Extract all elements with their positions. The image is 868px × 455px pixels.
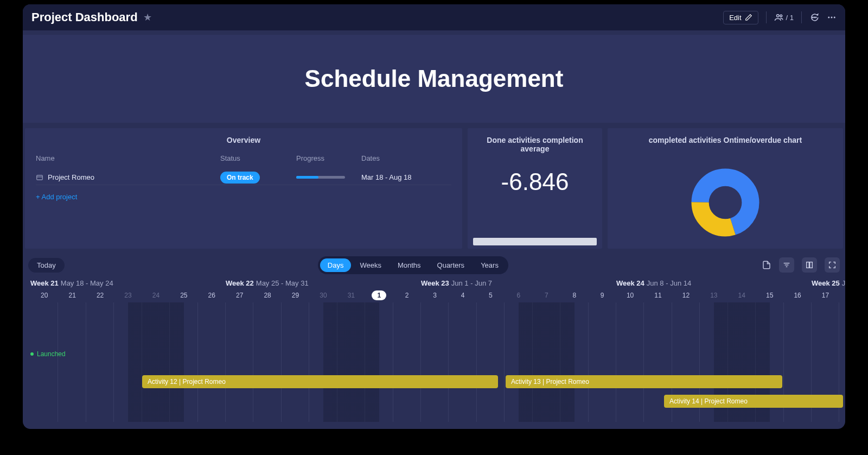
overview-title: Overview bbox=[36, 136, 451, 144]
day-cell[interactable]: 29 bbox=[282, 292, 309, 299]
filter-button[interactable] bbox=[779, 257, 794, 273]
export-icon[interactable] bbox=[762, 260, 771, 270]
day-cell[interactable]: 10 bbox=[616, 292, 644, 299]
col-progress: Progress bbox=[296, 154, 361, 162]
divider bbox=[801, 11, 802, 23]
completion-scrollbar[interactable] bbox=[473, 238, 597, 245]
day-cell[interactable]: 12 bbox=[672, 292, 700, 299]
day-cell[interactable]: 31 bbox=[337, 292, 365, 299]
day-cell[interactable]: 28 bbox=[253, 292, 281, 299]
pencil-icon bbox=[745, 14, 752, 21]
svg-point-6 bbox=[831, 17, 833, 18]
range-pill-months[interactable]: Months bbox=[390, 258, 429, 272]
project-icon bbox=[36, 174, 43, 181]
page-title: Project Dashboard bbox=[31, 10, 138, 24]
svg-rect-16 bbox=[810, 262, 813, 268]
col-status: Status bbox=[220, 154, 296, 162]
layout-button[interactable] bbox=[802, 257, 817, 273]
today-button[interactable]: Today bbox=[28, 258, 65, 273]
day-cell[interactable]: 4 bbox=[449, 292, 476, 299]
range-switcher: DaysWeeksMonthsQuartersYears bbox=[318, 256, 508, 274]
launched-marker: Launched bbox=[30, 350, 66, 358]
day-cell[interactable]: 26 bbox=[198, 292, 226, 299]
range-pill-weeks[interactable]: Weeks bbox=[352, 258, 389, 272]
people-icon bbox=[774, 12, 784, 22]
svg-point-4 bbox=[815, 17, 816, 18]
day-cell[interactable]: 3 bbox=[421, 292, 449, 299]
range-pill-quarters[interactable]: Quarters bbox=[430, 258, 473, 272]
week-header: Week 25Ju bbox=[812, 279, 845, 287]
day-cell[interactable]: 2 bbox=[393, 292, 420, 299]
day-cell[interactable]: 7 bbox=[533, 292, 560, 299]
gantt-area[interactable]: Launched Activity 12 | Project Romeo Act… bbox=[30, 302, 845, 422]
day-cell[interactable]: 5 bbox=[477, 292, 505, 299]
svg-point-0 bbox=[776, 15, 779, 17]
fullscreen-button[interactable] bbox=[825, 257, 840, 273]
people-count[interactable]: / 1 bbox=[774, 12, 794, 22]
progress-bar bbox=[296, 176, 345, 179]
gantt-bar[interactable]: Activity 12 | Project Romeo bbox=[142, 375, 498, 388]
completion-value: -6.846 bbox=[501, 168, 569, 195]
days-row: 2021222324252627282930311234567891011121… bbox=[23, 292, 845, 299]
day-cell[interactable]: 18 bbox=[839, 292, 845, 299]
day-cell[interactable]: 25 bbox=[170, 292, 197, 299]
col-dates: Dates bbox=[361, 154, 451, 162]
day-cell[interactable]: 21 bbox=[58, 292, 86, 299]
range-pill-days[interactable]: Days bbox=[320, 258, 352, 272]
day-cell[interactable]: 8 bbox=[560, 292, 588, 299]
svg-point-7 bbox=[834, 17, 835, 18]
week-header: Week 24Jun 8 - Jun 14 bbox=[616, 279, 812, 287]
status-pill: On track bbox=[220, 172, 260, 184]
edit-label: Edit bbox=[729, 14, 741, 22]
gantt-bar[interactable]: Activity 13 | Project Romeo bbox=[506, 375, 782, 388]
day-cell[interactable]: 24 bbox=[142, 292, 170, 299]
week-header: Week 21May 18 - May 24 bbox=[30, 279, 226, 287]
completion-card: Done activities completion average -6.84… bbox=[468, 128, 602, 249]
hero-banner: Schedule Management bbox=[23, 35, 845, 123]
project-name: Project Romeo bbox=[48, 173, 94, 181]
day-cell[interactable]: 14 bbox=[728, 292, 756, 299]
day-cell[interactable]: 27 bbox=[226, 292, 253, 299]
svg-point-2 bbox=[812, 17, 813, 18]
svg-rect-8 bbox=[37, 175, 43, 179]
svg-point-1 bbox=[780, 15, 782, 17]
hero-title: Schedule Management bbox=[305, 65, 564, 92]
overview-header: Name Status Progress Dates bbox=[36, 154, 451, 162]
week-header-row: Week 21May 18 - May 24Week 22May 25 - Ma… bbox=[23, 279, 845, 287]
range-pill-years[interactable]: Years bbox=[473, 258, 506, 272]
completion-title: Done activities completion average bbox=[478, 136, 591, 153]
edit-button[interactable]: Edit bbox=[723, 11, 758, 24]
donut-card: completed activities Ontime/overdue char… bbox=[608, 128, 843, 249]
day-cell[interactable]: 22 bbox=[86, 292, 114, 299]
gantt-bar[interactable]: Activity 14 | Project Romeo bbox=[664, 395, 843, 408]
day-cell[interactable]: 30 bbox=[309, 292, 337, 299]
comment-icon[interactable] bbox=[809, 12, 819, 22]
day-cell[interactable]: 11 bbox=[644, 292, 672, 299]
svg-point-5 bbox=[828, 17, 829, 18]
add-project-button[interactable]: + Add project bbox=[36, 193, 451, 201]
day-cell[interactable]: 16 bbox=[783, 292, 811, 299]
col-name: Name bbox=[36, 154, 220, 162]
project-row[interactable]: Project Romeo On track Mar 18 - Aug 18 bbox=[36, 170, 451, 185]
week-header: Week 23Jun 1 - Jun 7 bbox=[421, 279, 616, 287]
week-header: Week 22May 25 - May 31 bbox=[226, 279, 421, 287]
day-cell[interactable]: 13 bbox=[700, 292, 727, 299]
divider bbox=[766, 11, 767, 23]
donut-chart bbox=[685, 162, 766, 243]
day-cell[interactable]: 1 bbox=[365, 292, 393, 299]
svg-point-3 bbox=[814, 17, 815, 18]
more-icon[interactable] bbox=[827, 12, 837, 22]
day-cell[interactable]: 17 bbox=[812, 292, 839, 299]
day-cell[interactable]: 9 bbox=[588, 292, 616, 299]
star-icon[interactable]: ★ bbox=[143, 11, 152, 23]
day-cell[interactable]: 6 bbox=[505, 292, 532, 299]
top-bar: Project Dashboard ★ Edit / 1 bbox=[23, 4, 845, 30]
day-cell[interactable]: 20 bbox=[30, 292, 58, 299]
project-dates: Mar 18 - Aug 18 bbox=[361, 173, 451, 181]
donut-title: completed activities Ontime/overdue char… bbox=[649, 136, 802, 144]
overview-card: Overview Name Status Progress Dates Proj… bbox=[25, 128, 462, 249]
day-cell[interactable]: 15 bbox=[756, 292, 783, 299]
svg-rect-15 bbox=[807, 262, 809, 268]
day-cell[interactable]: 23 bbox=[114, 292, 142, 299]
timeline-toolbar: Today DaysWeeksMonthsQuartersYears bbox=[23, 254, 845, 276]
